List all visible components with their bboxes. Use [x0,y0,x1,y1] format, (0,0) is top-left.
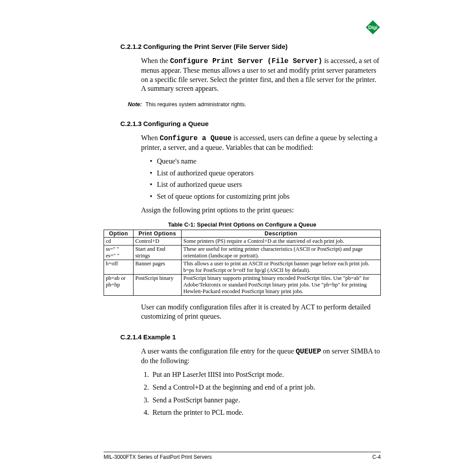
section-title: Configuring a Queue [143,120,208,127]
text: A user wants the configuration file entr… [141,347,296,355]
cell-option: pb=ab or pb=hp [104,274,134,295]
cell-po: Control+D [134,237,182,245]
mono-text: QUEUEP [296,348,321,356]
cell-option: b=off [104,260,134,274]
cell-desc: Some printers (PS) require a Control+D a… [182,237,381,245]
ordered-list: Put an HP LaserJet IIISI into PostScript… [141,370,381,417]
section-heading-c214: C.2.1.4Example 1 [120,333,381,341]
table-row: b=off Banner pages This allows a user to… [104,260,381,274]
cell-desc: These are useful for setting printer cha… [182,245,381,260]
table-row: cd Control+D Some printers (PS) require … [104,237,381,245]
text: When [141,134,160,141]
section-heading-c213: C.2.1.3Configuring a Queue [120,120,381,127]
th-print-options: Print Options [134,230,182,237]
section-number: C.2.1.2 [120,43,143,50]
svg-text:Digi: Digi [368,25,378,30]
text: User can modify configuration files afte… [141,303,381,321]
body-c214: A user wants the configuration file entr… [141,347,381,417]
th-description: Description [182,230,381,237]
mono-text: Configure Print Server (File Server) [170,57,323,65]
cell-option: cd [104,237,134,245]
table-row: ss=" " es=" " Start and End strings Thes… [104,245,381,260]
list-item: Queue's name [150,157,381,166]
table-row: pb=ab or pb=hp PostScript binary PostScr… [104,274,381,295]
list-item: Put an HP LaserJet IIISI into PostScript… [151,370,381,379]
section-number: C.2.1.4 [120,333,143,341]
digi-logo-icon: Digi [365,19,381,37]
list-item: Return the printer to PCL mode. [151,408,381,417]
cell-desc: This allows a user to print an ASCII or … [182,260,381,274]
list-item: Send a PostScript banner page. [151,396,381,405]
cell-po: PostScript binary [134,274,182,295]
footer-left: MIL-3000FTX Series of FastPort Print Ser… [104,454,212,460]
section-heading-c212: C.2.1.2Configuring the Print Server (Fil… [120,43,381,50]
mono-text: Configure a Queue [160,134,231,142]
page-footer: MIL-3000FTX Series of FastPort Print Ser… [104,452,381,460]
cell-po: Start and End strings [134,245,182,260]
list-item: List of authorized queue operators [150,169,381,178]
note-row: Note:This requires system administrator … [128,101,381,108]
list-item: Send a Control+D at the beginning and en… [151,383,381,392]
cell-po: Banner pages [134,260,182,274]
body-c212: When the Configure Print Server (File Se… [141,56,381,93]
list-item: List of authorized queue users [150,180,381,190]
list-item: Set of queue options for customizing pri… [150,192,381,201]
body-after-table: User can modify configuration files afte… [141,303,381,321]
text: Assign the following print options to th… [141,206,381,215]
bullet-list: Queue's name List of authorized queue op… [150,157,381,201]
body-c213: When Configure a Queue is accessed, user… [141,134,381,215]
cell-option: ss=" " es=" " [104,245,134,260]
th-option: Option [104,230,134,237]
note-label: Note: [128,101,142,108]
options-table: Option Print Options Description cd Cont… [104,230,381,296]
section-title: Example 1 [143,333,176,341]
section-title: Configuring the Print Server (File Serve… [143,43,288,50]
footer-right: C-4 [372,454,381,460]
section-number: C.2.1.3 [120,120,143,127]
text: When the [141,57,170,64]
note-text: This requires system administrator right… [145,101,246,108]
table-caption: Table C-1: Special Print Options on Conf… [104,221,381,228]
cell-desc: PostScript binary supports printing bina… [182,274,381,295]
